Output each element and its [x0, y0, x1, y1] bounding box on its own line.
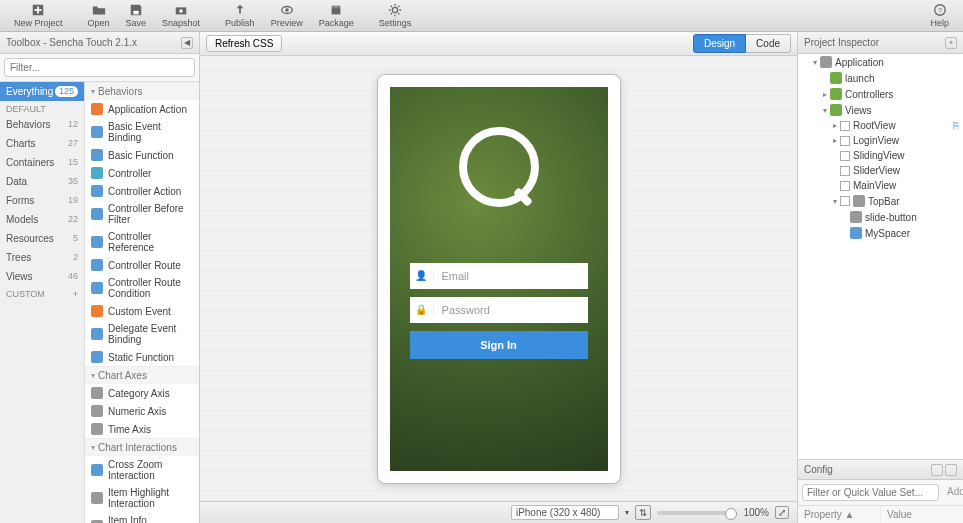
toolbox-group-containers[interactable]: Containers15 — [0, 153, 84, 172]
toolbox-groups: Everything125DEFAULTBehaviors12Charts27C… — [0, 82, 85, 523]
tree-node-application[interactable]: ▾Application — [798, 54, 963, 70]
checkbox-icon[interactable] — [840, 196, 850, 206]
chevron-down-icon[interactable]: ▾ — [625, 508, 629, 517]
new-project-button[interactable]: New Project — [6, 0, 71, 32]
tree-node-views[interactable]: ▾Views — [798, 102, 963, 118]
node-icon — [850, 227, 862, 239]
toolbox-item[interactable]: Controller Route — [85, 256, 199, 274]
inspector-panel: Project Inspector + ▾Applicationlaunch▸C… — [797, 32, 963, 523]
config-title: Config — [804, 464, 833, 475]
tree-node-sliderview[interactable]: SliderView — [798, 163, 963, 178]
orientation-icon[interactable]: ⇅ — [635, 505, 651, 520]
link-icon[interactable]: ⎘ — [953, 120, 959, 131]
tree-node-controllers[interactable]: ▸Controllers — [798, 86, 963, 102]
password-field[interactable]: 🔒 Password — [410, 297, 588, 323]
tree-node-loginview[interactable]: ▸LoginView — [798, 133, 963, 148]
node-icon — [853, 195, 865, 207]
open-button[interactable]: Open — [80, 0, 118, 32]
toolbox-item[interactable]: Basic Event Binding — [85, 118, 199, 146]
toolbox-item[interactable]: Custom Event — [85, 302, 199, 320]
help-button[interactable]: ?Help — [922, 0, 957, 32]
code-tab[interactable]: Code — [746, 34, 791, 53]
tree-node-topbar[interactable]: ▾TopBar — [798, 193, 963, 209]
package-button[interactable]: Package — [311, 0, 362, 32]
tree-node-launch[interactable]: launch — [798, 70, 963, 86]
config-panel: Config Add Property ▲ Value — [798, 459, 963, 523]
toolbox-item[interactable]: Application Action — [85, 100, 199, 118]
toolbox-category[interactable]: Behaviors — [85, 82, 199, 100]
toolbox-group-charts[interactable]: Charts27 — [0, 134, 84, 153]
toolbox-item[interactable]: Controller Action — [85, 182, 199, 200]
toolbox-group-resources[interactable]: Resources5 — [0, 229, 84, 248]
toolbox-group-forms[interactable]: Forms19 — [0, 191, 84, 210]
toolbox-section-default: DEFAULT — [0, 101, 84, 115]
app-logo-icon — [459, 127, 539, 207]
toolbox-group-data[interactable]: Data35 — [0, 172, 84, 191]
tree-node-slidingview[interactable]: SlidingView — [798, 148, 963, 163]
zoom-slider[interactable] — [657, 511, 737, 515]
config-filter-input[interactable] — [802, 484, 939, 501]
toolbox-item[interactable]: Basic Function — [85, 146, 199, 164]
inspector-header: Project Inspector + — [798, 32, 963, 54]
checkbox-icon[interactable] — [840, 151, 850, 161]
checkbox-icon[interactable] — [840, 136, 850, 146]
property-column-header[interactable]: Property ▲ — [798, 506, 881, 523]
toolbox-group-views[interactable]: Views46 — [0, 267, 84, 286]
component-icon — [91, 149, 103, 161]
component-icon — [91, 259, 103, 271]
checkbox-icon[interactable] — [840, 121, 850, 131]
config-tool-icon[interactable] — [945, 464, 957, 476]
toolbox-item[interactable]: Controller — [85, 164, 199, 182]
device-frame: 👤 Email 🔒 Password Sign In — [377, 74, 621, 484]
toolbox-item[interactable]: Delegate Event Binding — [85, 320, 199, 348]
toolbox-item[interactable]: Category Axis — [85, 384, 199, 402]
toolbox-item[interactable]: Numeric Axis — [85, 402, 199, 420]
config-add-button[interactable]: Add — [943, 484, 963, 501]
add-icon[interactable]: + — [945, 37, 957, 49]
toolbox-item[interactable]: Static Function — [85, 348, 199, 366]
email-field[interactable]: 👤 Email — [410, 263, 588, 289]
config-tool-icon[interactable] — [931, 464, 943, 476]
toolbox-item[interactable]: Controller Route Condition — [85, 274, 199, 302]
component-icon — [91, 492, 103, 504]
toolbox-item[interactable]: Cross Zoom Interaction — [85, 456, 199, 484]
component-icon — [91, 387, 103, 399]
expand-icon[interactable]: ⤢ — [775, 506, 789, 519]
toolbox-group-trees[interactable]: Trees2 — [0, 248, 84, 267]
checkbox-icon[interactable] — [840, 166, 850, 176]
canvas-statusbar: iPhone (320 x 480) ▾ ⇅ 100% ⤢ — [200, 501, 797, 523]
toolbox-group-models[interactable]: Models22 — [0, 210, 84, 229]
checkbox-icon[interactable] — [840, 181, 850, 191]
preview-button[interactable]: Preview — [263, 0, 311, 32]
tree-node-myspacer[interactable]: MySpacer — [798, 225, 963, 241]
device-select[interactable]: iPhone (320 x 480) — [511, 505, 620, 520]
toolbox-filter-input[interactable] — [4, 58, 195, 77]
snapshot-button[interactable]: Snapshot — [154, 0, 208, 32]
toolbox-category[interactable]: Chart Interactions — [85, 438, 199, 456]
save-button[interactable]: Save — [118, 0, 155, 32]
tree-node-slide-button[interactable]: slide-button — [798, 209, 963, 225]
toolbox-item[interactable]: Item Highlight Interaction — [85, 484, 199, 512]
tree-node-rootview[interactable]: ▸RootView⎘ — [798, 118, 963, 133]
svg-rect-2 — [35, 9, 42, 11]
tree-node-mainview[interactable]: MainView — [798, 178, 963, 193]
publish-button[interactable]: Publish — [217, 0, 263, 32]
toolbox-item[interactable]: Controller Reference — [85, 228, 199, 256]
node-icon — [830, 104, 842, 116]
toolbox-group-behaviors[interactable]: Behaviors12 — [0, 115, 84, 134]
component-icon — [91, 351, 103, 363]
toolbox-item[interactable]: Time Axis — [85, 420, 199, 438]
toolbox-category[interactable]: Chart Axes — [85, 366, 199, 384]
signin-button[interactable]: Sign In — [410, 331, 588, 359]
toolbox-item[interactable]: Item Info Interaction — [85, 512, 199, 523]
settings-button[interactable]: Settings — [371, 0, 420, 32]
canvas-viewport[interactable]: 👤 Email 🔒 Password Sign In — [200, 56, 797, 501]
add-custom-icon[interactable]: + — [73, 289, 78, 299]
value-column-header[interactable]: Value — [881, 506, 963, 523]
toolbox-item[interactable]: Controller Before Filter — [85, 200, 199, 228]
toolbox-group-everything[interactable]: Everything125 — [0, 82, 84, 101]
refresh-css-button[interactable]: Refresh CSS — [206, 35, 282, 52]
collapse-icon[interactable]: ◀ — [181, 37, 193, 49]
svg-rect-3 — [133, 11, 138, 15]
design-tab[interactable]: Design — [693, 34, 746, 53]
